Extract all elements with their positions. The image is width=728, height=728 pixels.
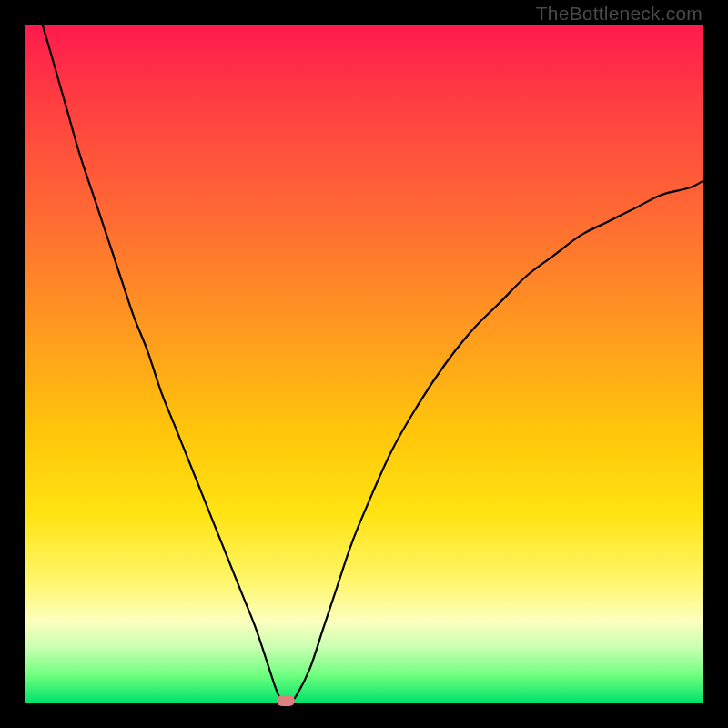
minimum-marker bbox=[277, 695, 295, 706]
curve-layer bbox=[25, 25, 703, 703]
chart-frame: TheBottleneck.com bbox=[0, 0, 728, 728]
attribution-text: TheBottleneck.com bbox=[536, 3, 703, 25]
plot-area bbox=[25, 25, 703, 703]
bottleneck-curve bbox=[25, 25, 703, 703]
